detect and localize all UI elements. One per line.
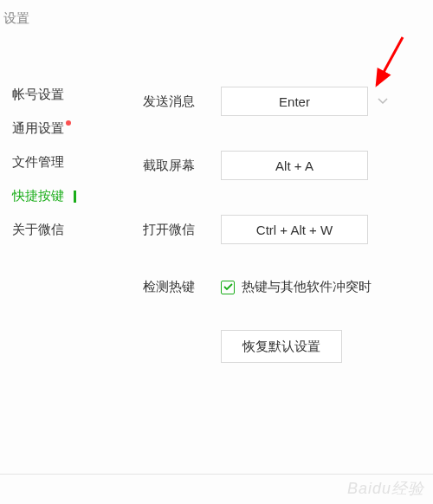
- sidebar-item-about[interactable]: 关于微信: [12, 222, 64, 238]
- row-label: 发送消息: [143, 94, 221, 110]
- sidebar-item-label: 帐号设置: [12, 87, 64, 101]
- sidebar-item-hotkeys[interactable]: 快捷按键: [12, 188, 64, 204]
- row-capture-screen: 截取屏幕 Alt + A: [143, 151, 433, 180]
- footer-divider: [0, 474, 433, 475]
- sidebar-item-label: 文件管理: [12, 154, 64, 169]
- checkmark-icon: [223, 283, 233, 291]
- watermark-text: Baidu经验: [347, 478, 424, 499]
- restore-defaults-button[interactable]: 恢复默认设置: [221, 330, 342, 363]
- row-label: 检测热键: [143, 279, 221, 295]
- svg-line-0: [377, 37, 403, 85]
- hotkey-capture-input[interactable]: Alt + A: [221, 151, 368, 180]
- check-label: 热键与其他软件冲突时: [242, 279, 372, 295]
- hotkey-open-input[interactable]: Ctrl + Alt + W: [221, 215, 368, 244]
- check-row: 热键与其他软件冲突时: [221, 279, 372, 295]
- row-detect-hotkey: 检测热键 热键与其他软件冲突时: [143, 279, 433, 295]
- notification-dot-icon: [66, 120, 71, 126]
- window-title: 设置: [3, 10, 29, 27]
- row-label: 截取屏幕: [143, 158, 221, 174]
- sidebar-item-label: 关于微信: [12, 222, 64, 236]
- detect-conflict-checkbox[interactable]: [221, 281, 235, 294]
- annotation-arrow-icon: [329, 33, 416, 120]
- sidebar-item-label: 通用设置: [12, 120, 64, 135]
- active-indicator-icon: [74, 191, 76, 203]
- row-open-wechat: 打开微信 Ctrl + Alt + W: [143, 215, 433, 244]
- row-label: 打开微信: [143, 222, 221, 238]
- sidebar-item-account[interactable]: 帐号设置: [12, 87, 64, 103]
- sidebar-item-files[interactable]: 文件管理: [12, 154, 64, 171]
- sidebar-item-label: 快捷按键: [12, 188, 64, 203]
- sidebar: 帐号设置 通用设置 文件管理 快捷按键 关于微信: [12, 87, 64, 255]
- sidebar-item-general[interactable]: 通用设置: [12, 120, 64, 137]
- content-panel: 发送消息 Enter 截取屏幕 Alt + A 打开微信 Ctrl + Alt …: [143, 87, 433, 363]
